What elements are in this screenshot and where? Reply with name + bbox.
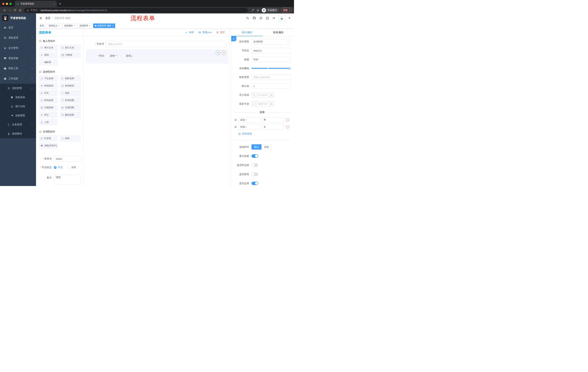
palette-item-cascader[interactable]: 级联选择 <box>60 75 81 82</box>
remove-option-button[interactable]: − <box>286 118 289 122</box>
sidebar-item-user-group[interactable]: 用户分组 <box>0 102 36 111</box>
avatar-dropdown-caret[interactable] <box>289 18 290 20</box>
tab-component-props[interactable]: 组件属性 <box>231 29 263 36</box>
palette-item-date-range[interactable]: 日期范围 <box>60 105 81 111</box>
sidebar-item-process-form[interactable]: 流程表单 <box>0 93 36 102</box>
tab-close-icon[interactable]: × <box>53 2 55 5</box>
remove-option-button[interactable]: − <box>286 125 289 128</box>
sidebar-item-workflow[interactable]: 工作流程 <box>0 74 36 84</box>
breadcrumb-home[interactable]: 首页 <box>45 17 50 20</box>
status-radio-on[interactable]: 开启 <box>54 165 63 170</box>
palette-item-button[interactable]: 按钮 <box>60 135 81 142</box>
sidebar-item-infrastructure[interactable]: 基础设施 <box>0 53 36 63</box>
view-json-button[interactable]: 查看json <box>198 31 212 34</box>
form-remark-textarea[interactable]: 嘿嘿 <box>54 175 81 185</box>
address-bar[interactable]: 不安全 dashboard.yudao.iocoder.cn/bpm/manag… <box>24 8 248 13</box>
link-tag-button[interactable] <box>231 36 236 41</box>
disabled-toggle[interactable] <box>252 172 258 176</box>
option-label-input[interactable] <box>238 124 261 130</box>
border-toggle[interactable] <box>252 163 258 167</box>
delete-widget-button[interactable] <box>221 50 226 55</box>
palette-item-counter[interactable]: 123计数器 <box>60 52 81 58</box>
palette-item-multi-text[interactable]: 多行文本 <box>60 45 81 51</box>
tag-home[interactable]: 首页 <box>38 23 46 28</box>
tag-process-form[interactable]: 流程表单× <box>78 23 92 28</box>
default-value-input[interactable] <box>252 83 291 89</box>
field-name-input[interactable] <box>252 48 291 53</box>
label-width-input[interactable] <box>252 74 291 80</box>
drag-handle-icon[interactable] <box>234 125 237 128</box>
save-button[interactable]: 保存 <box>185 31 194 34</box>
required-toggle[interactable] <box>252 182 258 185</box>
reload-button[interactable] <box>12 8 18 13</box>
canvas-field-phone[interactable]: *手机号 <box>86 41 226 47</box>
palette-item-single-text[interactable]: 单行文本 <box>39 45 58 51</box>
status-radio-off[interactable]: 关闭 <box>67 165 76 170</box>
avatar[interactable] <box>278 15 285 22</box>
palette-item-table[interactable]: 表格[开发中] <box>39 142 58 149</box>
tag-process-model[interactable]: 流程模型× <box>62 23 77 28</box>
palette-item-time-range[interactable]: 时间范围 <box>60 97 81 104</box>
tag-process-definition[interactable]: 流程定义× <box>47 23 61 28</box>
tag-close-icon[interactable]: × <box>74 24 75 27</box>
browser-update-button[interactable]: 更新 <box>281 8 292 13</box>
canvas-field-gender-selected[interactable]: *性别 选项一 选项二 <box>86 49 228 64</box>
browser-menu-icon[interactable] <box>289 9 290 11</box>
tag-process-form-edit-active[interactable]: 流程表单-编辑× <box>93 23 115 28</box>
sidebar-item-payment[interactable]: ¥ 支付管理 <box>0 43 36 53</box>
help-icon[interactable] <box>259 17 262 20</box>
tag-close-icon[interactable]: × <box>89 24 90 27</box>
home-button[interactable] <box>18 8 22 13</box>
component-type-select[interactable]: 多选框组 <box>252 39 291 44</box>
palette-item-radio-group[interactable]: 单选框组 <box>39 83 58 89</box>
option-label-input[interactable] <box>238 117 261 123</box>
form-grid-slider[interactable] <box>252 68 290 69</box>
canvas-scrollbar-gutter[interactable] <box>229 29 231 186</box>
sidebar-item-home[interactable]: 首页 <box>0 22 36 33</box>
palette-item-select[interactable]: 下拉选择 <box>39 75 58 82</box>
window-zoom-button[interactable] <box>10 3 12 5</box>
show-label-toggle[interactable] <box>252 154 258 158</box>
gender-option-1-checkbox[interactable]: 选项一 <box>106 54 117 57</box>
font-size-icon[interactable]: тT <box>272 17 275 20</box>
palette-item-row-container[interactable]: 行容器 <box>39 135 58 142</box>
max-select-input[interactable]: 最多可选 <box>257 101 269 106</box>
palette-item-upload[interactable]: 上传 <box>39 119 58 125</box>
gender-option-2-checkbox[interactable]: 选项二 <box>122 54 133 57</box>
tab-form-props[interactable]: 表单属性 <box>263 29 294 36</box>
sidebar-fold-icon[interactable] <box>39 17 42 20</box>
stepper-decrease-button[interactable]: − <box>252 101 257 106</box>
github-icon[interactable] <box>252 16 256 20</box>
sidebar-item-process-management[interactable]: 流程管理 <box>0 84 36 93</box>
password-key-icon[interactable] <box>251 9 254 12</box>
tag-close-icon[interactable]: × <box>58 24 60 27</box>
search-icon[interactable] <box>246 17 249 20</box>
back-button[interactable] <box>2 8 7 13</box>
new-tab-button[interactable]: + <box>59 2 61 6</box>
palette-item-editor[interactable]: 编辑器 <box>39 59 58 65</box>
palette-item-switch[interactable]: 开关 <box>39 90 58 96</box>
option-value-input[interactable] <box>262 124 284 130</box>
palette-item-rate[interactable]: 评分 <box>39 112 58 118</box>
option-value-input[interactable] <box>262 117 284 123</box>
forward-button[interactable] <box>7 8 12 13</box>
stepper-increase-button[interactable]: + <box>269 93 274 97</box>
bookmark-star-icon[interactable] <box>256 9 259 12</box>
style-default-button[interactable]: 默认 <box>252 144 262 149</box>
title-input[interactable] <box>252 57 291 62</box>
duplicate-widget-button[interactable] <box>216 50 220 55</box>
min-select-input[interactable]: 至少应选 <box>257 93 269 97</box>
form-name-input[interactable] <box>54 156 81 162</box>
sidebar-item-task-management[interactable]: 任务管理 <box>0 120 36 129</box>
stepper-increase-button[interactable]: + <box>269 101 274 106</box>
phone-input[interactable] <box>106 41 226 47</box>
tag-close-icon[interactable]: × <box>112 24 113 27</box>
slider-handle[interactable] <box>288 67 291 70</box>
palette-item-date[interactable]: 日期选择 <box>39 105 58 111</box>
palette-item-checkbox-group[interactable]: 多选框组 <box>60 83 81 89</box>
palette-item-password[interactable]: 密码 <box>39 52 58 58</box>
clear-button[interactable]: 清空 <box>216 31 225 34</box>
sidebar-item-leave-query[interactable]: 请假查询 <box>0 129 36 138</box>
sidebar-item-system[interactable]: 系统管理 <box>0 33 36 43</box>
palette-item-slider[interactable]: 滑块 <box>60 90 81 96</box>
